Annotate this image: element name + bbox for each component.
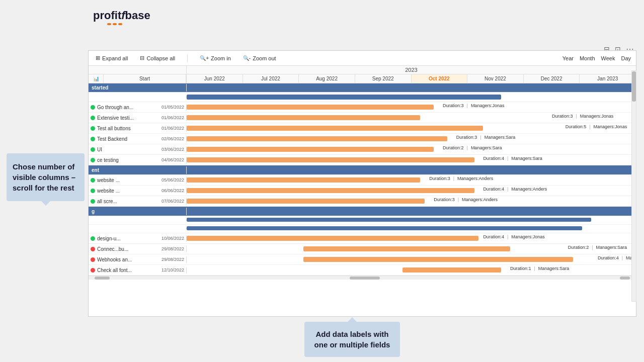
year-left-spacer (89, 66, 187, 74)
table-row-6: ce testing 04/06/2022 Duration:4 | Manag… (89, 155, 636, 165)
view-week-button[interactable]: Week (601, 55, 615, 61)
month-nov: Nov 2022 (467, 74, 524, 83)
row-left-4: Test Backend 02/06/2022 (89, 136, 187, 142)
vertical-scrollbar[interactable] (631, 70, 636, 302)
row-date-4: 02/06/2022 (162, 136, 184, 141)
row-name-6: ce testing (97, 157, 159, 163)
gantt-area-9: Duration:3 | Managers:Anders (187, 196, 636, 206)
row-name-11: Connec...bu... (97, 246, 159, 252)
row-date-6: 04/06/2022 (162, 157, 184, 162)
bar-12-orange (303, 257, 573, 262)
row-left-3: Test all buttons 01/06/2022 (89, 125, 187, 132)
row-left-1: Go through an... 01/05/2022 (89, 104, 187, 111)
table-row-8: website ... 06/06/2022 Duration:4 | Mana… (89, 186, 636, 196)
bar-label-1: Duration:3 | Managers:Jonas (443, 103, 504, 108)
table-row-10: design-u... 10/06/2022 Duration:4 | Mana… (89, 233, 636, 244)
table-row-5: UI 03/06/2022 Duration:2 | Managers:Sara (89, 144, 636, 155)
zoom-in-icon: 🔍+ (200, 55, 209, 61)
status-dot-1 (91, 105, 95, 110)
logo-dot-3 (118, 23, 122, 25)
row-date-10: 10/06/2022 (162, 236, 184, 241)
bar-label-2: Duration:3 | Managers:Jonas (552, 114, 613, 119)
col-chart-icon: 📊 (89, 74, 104, 83)
v-scrollbar-thumb[interactable] (632, 71, 636, 102)
row-left-9: all scre... 07/06/2022 (89, 198, 187, 205)
sub-row-1 (89, 93, 636, 102)
gantt-rows-wrapper: started Go through an... 01/05/2022 (89, 83, 636, 276)
scrollbar-thumb-left[interactable] (95, 277, 110, 280)
bar-label-10: Duration:4 | Managers:Jonas (483, 234, 544, 239)
bar-label-11: Duration:2 | Managers:Sara (568, 245, 627, 250)
status-dot-6 (91, 158, 95, 162)
bar-label-9: Duration:3 | Managers:Anders (434, 197, 498, 202)
gantt-area-6: Duration:4 | Managers:Sara (187, 155, 636, 165)
bar-label-8: Duration:4 | Managers:Anders (483, 187, 547, 192)
gantt-area-8: Duration:4 | Managers:Anders (187, 186, 636, 196)
bar-2-orange (187, 115, 420, 120)
bar-6-orange (187, 157, 474, 162)
scrollbar-thumb-main[interactable] (350, 277, 380, 280)
month-jul: Jul 2022 (243, 74, 299, 83)
row-date-3: 01/06/2022 (162, 126, 184, 131)
row-date-12: 29/08/2022 (162, 257, 184, 262)
zoom-in-button[interactable]: 🔍+ Zoom in (198, 54, 233, 62)
gantt-area-12: Duration:4 | Ma... (187, 254, 636, 264)
bar-label-12: Duration:4 | Ma... (598, 255, 636, 260)
collapse-all-label: Collapse all (146, 55, 175, 61)
months-area: Jun 2022 Jul 2022 Aug 2022 Sep 2022 Oct … (187, 74, 636, 83)
tooltip-labels-text: Add data labels with one or multiple fie… (314, 330, 390, 349)
row-date-13: 12/10/2022 (162, 267, 184, 273)
gantt-area-11: Duration:2 | Managers:Sara (187, 244, 636, 254)
bar-subg1 (187, 218, 591, 222)
row-left-5: UI 03/06/2022 (89, 146, 187, 153)
bar-label-7: Duration:3 | Managers:Anders (429, 176, 493, 181)
row-name-12: Webhooks an... (97, 257, 159, 262)
bar-subg2 (187, 226, 582, 230)
collapse-all-button[interactable]: ⊟ Collapse all (138, 54, 177, 62)
row-name-13: Check all font... (97, 267, 159, 273)
view-buttons: Year Month Week Day (562, 55, 631, 61)
group-left-ent: ent (89, 166, 187, 174)
row-name-1: Go through an... (97, 105, 159, 110)
view-year-button[interactable]: Year (562, 55, 574, 61)
row-left-2: Extensive testi... 01/06/2022 (89, 115, 187, 121)
bar-label-6: Duration:4 | Managers:Sara (483, 156, 542, 161)
group-bar-2b (187, 171, 456, 174)
status-dot-8 (91, 189, 95, 193)
gantt-area-3: Duration:5 | Managers:Jonas (187, 123, 636, 133)
row-date-9: 07/06/2022 (162, 199, 184, 204)
col-start-header: Start (104, 74, 186, 83)
month-header-row: 📊 Start Jun 2022 Jul 2022 Aug 2022 Sep 2… (89, 74, 636, 83)
expand-all-button[interactable]: ⊞ Expand all (94, 54, 130, 62)
row-left-10: design-u... 10/06/2022 (89, 235, 187, 242)
group-bar-3 (187, 209, 582, 214)
gantt-area-group3 (187, 207, 636, 216)
row-date-11: 29/08/2022 (162, 246, 184, 251)
bar-label-13: Duration:1 | Managers:Sara (510, 266, 569, 271)
scrollbar-thumb-right[interactable] (620, 277, 630, 280)
gantt-area-7: Duration:3 | Managers:Anders (187, 175, 636, 185)
group-name-ent: ent (92, 167, 183, 173)
group-name-g: g (92, 209, 183, 214)
row-date-1: 01/05/2022 (162, 105, 184, 110)
year-label: 2023 (187, 66, 636, 74)
bar-11-orange (303, 246, 510, 251)
month-left-cols: 📊 Start (89, 74, 187, 83)
view-day-button[interactable]: Day (621, 55, 631, 61)
row-date-8: 06/06/2022 (162, 188, 184, 193)
row-date-5: 03/06/2022 (162, 147, 184, 152)
view-month-button[interactable]: Month (580, 55, 595, 61)
row-name-8: website ... (97, 188, 159, 194)
zoom-out-button[interactable]: 🔍- Zoom out (241, 54, 278, 62)
gantt-area-10: Duration:4 | Managers:Jonas (187, 233, 636, 243)
gantt-area-sub1 (187, 93, 636, 102)
sub-row-g2 (89, 225, 636, 233)
horizontal-scrollbar[interactable] (89, 276, 636, 280)
month-sep: Sep 2022 (355, 74, 412, 83)
status-dot-3 (91, 126, 95, 131)
table-row-4: Test Backend 02/06/2022 Duration:3 | Man… (89, 134, 636, 144)
table-row-12: Webhooks an... 29/08/2022 Duration:4 | M… (89, 254, 636, 265)
row-left-7: website ... 05/06/2022 (89, 177, 187, 184)
gantt-container: ⊞ Expand all ⊟ Collapse all 🔍+ Zoom in 🔍… (88, 50, 636, 317)
gantt-area-sub-g2 (187, 225, 636, 233)
